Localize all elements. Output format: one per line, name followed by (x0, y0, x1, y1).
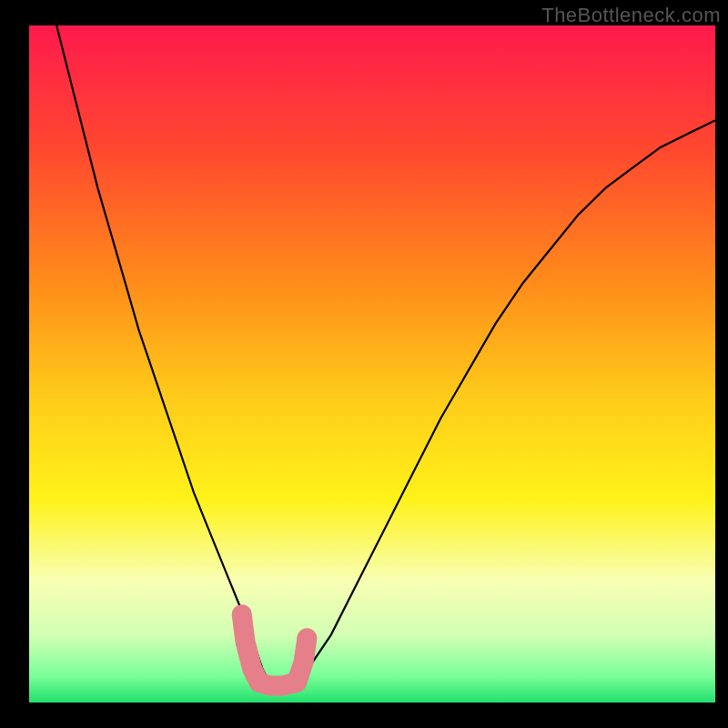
bottleneck-chart (0, 0, 728, 728)
watermark-text: TheBottleneck.com (541, 4, 721, 27)
chart-frame: TheBottleneck.com (0, 0, 728, 728)
plot-area (29, 25, 715, 703)
